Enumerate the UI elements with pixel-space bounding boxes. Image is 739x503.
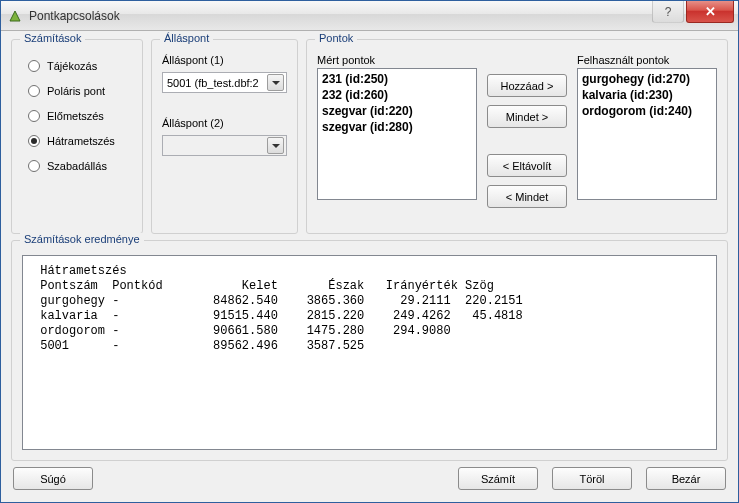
pontok-grid: Mért pontok Felhasznált pontok 231 (id:2… — [317, 54, 717, 223]
group-allaspont: Álláspont Álláspont (1) 5001 (fb_test.db… — [151, 39, 298, 234]
sugo-button[interactable]: Súgó — [13, 467, 93, 490]
radio-hatrametszes[interactable]: Hátrametszés — [28, 135, 132, 147]
bezar-button[interactable]: Bezár — [646, 467, 726, 490]
chevron-down-icon — [267, 74, 284, 91]
titlebar: Pontkapcsolások ? ✕ — [1, 1, 738, 31]
titlebar-controls: ? ✕ — [652, 1, 738, 30]
dialog-window: Pontkapcsolások ? ✕ Számítások Tájékozás… — [0, 0, 739, 503]
list-item[interactable]: 231 (id:250) — [322, 71, 472, 87]
allaspont2-label: Álláspont (2) — [162, 117, 287, 129]
group-pontok: Pontok Mért pontok Felhasznált pontok 23… — [306, 39, 728, 234]
allaspont1-value: 5001 (fb_test.dbf:2 — [167, 77, 267, 89]
hozzaad-button[interactable]: Hozzáad > — [487, 74, 567, 97]
transfer-buttons: Hozzáad > Mindet > < Eltávolít < Mindet — [487, 68, 567, 223]
top-row: Számítások Tájékozás Poláris pont Előmet… — [11, 39, 728, 234]
allaspont1-label: Álláspont (1) — [162, 54, 287, 66]
spacer — [162, 99, 287, 111]
radio-polaris[interactable]: Poláris pont — [28, 85, 132, 97]
radio-label: Poláris pont — [47, 85, 105, 97]
list-item[interactable]: kalvaria (id:230) — [582, 87, 712, 103]
radio-szabadallas[interactable]: Szabadállás — [28, 160, 132, 172]
torol-button[interactable]: Töröl — [552, 467, 632, 490]
mindet-add-button[interactable]: Mindet > — [487, 105, 567, 128]
list-item[interactable]: 232 (id:260) — [322, 87, 472, 103]
radio-label: Tájékozás — [47, 60, 97, 72]
list-item[interactable]: ordogorom (id:240) — [582, 103, 712, 119]
close-button[interactable]: ✕ — [686, 1, 734, 23]
window-title: Pontkapcsolások — [29, 9, 652, 23]
client-area: Számítások Tájékozás Poláris pont Előmet… — [1, 31, 738, 502]
results-text[interactable]: Hátrametszés Pontszám Pontkód Kelet Észa… — [22, 255, 717, 450]
group-szamitasok: Számítások Tájékozás Poláris pont Előmet… — [11, 39, 143, 234]
svg-marker-0 — [10, 11, 20, 21]
chevron-down-icon — [267, 137, 284, 154]
group-results-legend: Számítások eredménye — [20, 233, 144, 245]
group-allaspont-legend: Álláspont — [160, 32, 213, 44]
radio-icon — [28, 110, 40, 122]
mindet-rem-button[interactable]: < Mindet — [487, 185, 567, 208]
allaspont1-combo[interactable]: 5001 (fb_test.dbf:2 — [162, 72, 287, 93]
radio-icon — [28, 135, 40, 147]
felhasznalt-listbox[interactable]: gurgohegy (id:270)kalvaria (id:230)ordog… — [577, 68, 717, 200]
spacer — [487, 136, 567, 146]
calc-radio-list: Tájékozás Poláris pont Előmetszés Hátram… — [28, 60, 132, 172]
help-button[interactable]: ? — [652, 1, 684, 23]
allaspont-column: Álláspont (1) 5001 (fb_test.dbf:2 Állásp… — [162, 54, 287, 156]
allaspont2-combo[interactable] — [162, 135, 287, 156]
mert-listbox[interactable]: 231 (id:250)232 (id:260)szegvar (id:220)… — [317, 68, 477, 200]
radio-icon — [28, 160, 40, 172]
app-icon — [7, 8, 23, 24]
spacer — [487, 54, 567, 68]
radio-label: Előmetszés — [47, 110, 104, 122]
bottom-button-row: Súgó Számít Töröl Bezár — [11, 467, 728, 492]
felhasznalt-label: Felhasznált pontok — [577, 54, 717, 66]
list-item[interactable]: szegvar (id:220) — [322, 103, 472, 119]
group-pontok-legend: Pontok — [315, 32, 357, 44]
radio-elometszes[interactable]: Előmetszés — [28, 110, 132, 122]
radio-icon — [28, 85, 40, 97]
radio-icon — [28, 60, 40, 72]
mert-label: Mért pontok — [317, 54, 477, 66]
group-szamitasok-legend: Számítások — [20, 32, 85, 44]
radio-tajekozas[interactable]: Tájékozás — [28, 60, 132, 72]
list-item[interactable]: gurgohegy (id:270) — [582, 71, 712, 87]
group-results: Számítások eredménye Hátrametszés Pontsz… — [11, 240, 728, 461]
eltavolit-button[interactable]: < Eltávolít — [487, 154, 567, 177]
list-item[interactable]: szegvar (id:280) — [322, 119, 472, 135]
radio-label: Hátrametszés — [47, 135, 115, 147]
szamit-button[interactable]: Számít — [458, 467, 538, 490]
radio-label: Szabadállás — [47, 160, 107, 172]
